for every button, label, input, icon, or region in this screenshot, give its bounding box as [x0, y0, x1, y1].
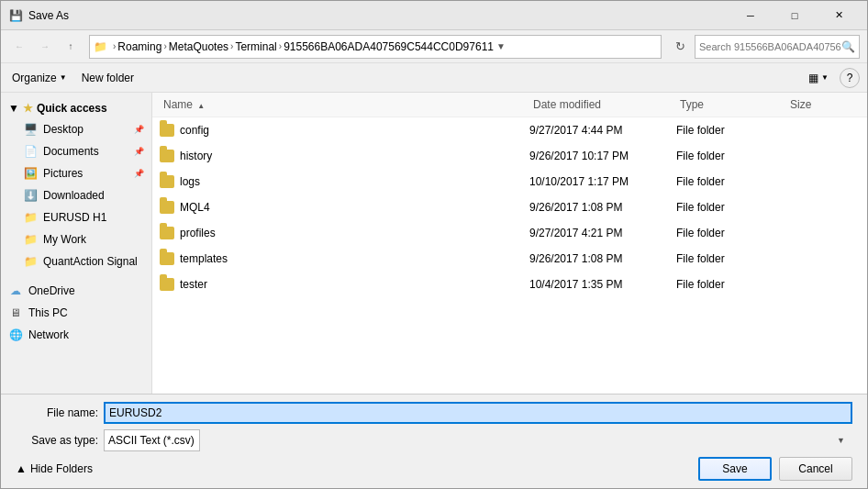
- sidebar-item-pictures[interactable]: 🖼️ Pictures 📌: [1, 162, 151, 184]
- file-name-cell: logs: [160, 175, 529, 188]
- file-name-cell: config: [160, 124, 529, 137]
- col-type-label: Type: [680, 98, 704, 111]
- thispc-icon: 🖥: [8, 306, 23, 320]
- file-type: File folder: [676, 150, 786, 162]
- sidebar-network-label: Network: [28, 328, 69, 341]
- savetype-wrapper: ASCII Text (*.csv): [104, 429, 852, 451]
- sidebar-onedrive-label: OneDrive: [28, 284, 75, 297]
- sidebar-item-documents[interactable]: 📄 Documents 📌: [1, 140, 151, 162]
- desktop-icon: 🖥️: [23, 122, 38, 137]
- col-date-header[interactable]: Date modified: [529, 96, 676, 113]
- file-date: 9/26/2017 1:08 PM: [529, 252, 676, 265]
- file-name: tester: [180, 278, 207, 291]
- new-folder-label: New folder: [82, 72, 134, 84]
- sidebar-item-onedrive[interactable]: ☁ OneDrive: [1, 280, 151, 302]
- sidebar-item-eurusd[interactable]: 📁 EURUSD H1: [1, 206, 151, 228]
- file-date: 10/10/2017 1:17 PM: [529, 175, 676, 188]
- hide-folders-button[interactable]: ▲ Hide Folders: [16, 462, 93, 475]
- breadcrumb-terminal: Terminal: [235, 40, 276, 53]
- maximize-button[interactable]: □: [773, 3, 816, 28]
- filename-label: File name:: [16, 406, 98, 419]
- file-name-cell: templates: [160, 252, 529, 265]
- col-size-header[interactable]: Size: [786, 96, 860, 113]
- folder-icon: [160, 201, 174, 214]
- view-button[interactable]: ▦ ▼: [805, 67, 832, 89]
- file-name: history: [180, 150, 212, 162]
- sidebar-item-thispc[interactable]: 🖥 This PC: [1, 302, 151, 324]
- breadcrumb-item: 📁: [94, 40, 111, 53]
- savetype-row: Save as type: ASCII Text (*.csv): [16, 429, 852, 451]
- pictures-pin-icon: 📌: [134, 169, 144, 178]
- file-name: config: [180, 124, 209, 137]
- hide-folders-chevron-icon: ▲: [16, 462, 27, 475]
- search-box[interactable]: 🔍: [695, 35, 860, 59]
- forward-button[interactable]: →: [34, 36, 56, 58]
- sidebar-pictures-label: Pictures: [43, 167, 83, 180]
- sidebar-item-quant[interactable]: 📁 QuantAction Signal: [1, 250, 151, 272]
- organize-button[interactable]: Organize ▼: [8, 67, 71, 89]
- breadcrumb-bar[interactable]: 📁 › Roaming › MetaQuotes › Terminal › 91…: [89, 35, 662, 59]
- desktop-pin-icon: 📌: [134, 125, 144, 134]
- quick-access-collapse-icon: ▼: [8, 102, 19, 115]
- folder-icon: [160, 227, 174, 239]
- file-date: 10/4/2017 1:35 PM: [529, 278, 676, 291]
- main-area: ▼ ★ Quick access 🖥️ Desktop 📌 📄 Document…: [1, 93, 867, 394]
- organize-label: Organize: [12, 72, 57, 84]
- sidebar-item-network[interactable]: 🌐 Network: [1, 324, 151, 346]
- file-type: File folder: [676, 124, 786, 137]
- col-name-header[interactable]: Name ▲: [160, 96, 529, 113]
- network-icon: 🌐: [8, 328, 23, 342]
- downloaded-icon: ⬇️: [23, 188, 38, 203]
- back-button[interactable]: ←: [8, 36, 30, 58]
- col-date-label: Date modified: [533, 98, 601, 111]
- breadcrumb-roaming: Roaming: [117, 40, 161, 53]
- breadcrumb-metaquotes: MetaQuotes: [169, 40, 228, 53]
- table-row[interactable]: MQL4 9/26/2017 1:08 PM File folder: [152, 194, 867, 220]
- filename-row: File name:: [16, 402, 852, 424]
- minimize-button[interactable]: ─: [729, 3, 772, 28]
- close-button[interactable]: ✕: [818, 3, 860, 28]
- search-input[interactable]: [699, 41, 841, 52]
- table-row[interactable]: config 9/27/2017 4:44 PM File folder: [152, 117, 867, 143]
- file-name: MQL4: [180, 201, 210, 214]
- quick-access-header[interactable]: ▼ ★ Quick access: [1, 96, 151, 118]
- file-type: File folder: [676, 175, 786, 188]
- file-date: 9/27/2017 4:44 PM: [529, 124, 676, 137]
- title-bar-controls: ─ □ ✕: [729, 3, 860, 28]
- file-name-cell: history: [160, 150, 529, 162]
- table-row[interactable]: logs 10/10/2017 1:17 PM File folder: [152, 169, 867, 194]
- filename-input[interactable]: [104, 402, 852, 424]
- documents-pin-icon: 📌: [134, 147, 144, 156]
- table-row[interactable]: tester 10/4/2017 1:35 PM File folder: [152, 272, 867, 297]
- table-row[interactable]: history 9/26/2017 10:17 PM File folder: [152, 143, 867, 169]
- savetype-select[interactable]: ASCII Text (*.csv): [104, 429, 200, 451]
- cancel-button[interactable]: Cancel: [779, 457, 852, 481]
- mywork-folder-icon: 📁: [23, 232, 38, 247]
- table-row[interactable]: profiles 9/27/2017 4:21 PM File folder: [152, 220, 867, 246]
- action-bar: Organize ▼ New folder ▦ ▼ ?: [1, 63, 867, 93]
- documents-icon: 📄: [23, 144, 38, 159]
- help-button[interactable]: ?: [840, 68, 860, 88]
- file-name: templates: [180, 252, 228, 265]
- table-row[interactable]: templates 9/26/2017 1:08 PM File folder: [152, 246, 867, 272]
- file-name: profiles: [180, 227, 216, 239]
- folder-icon: [160, 278, 174, 291]
- file-name-cell: MQL4: [160, 201, 529, 214]
- up-button[interactable]: ↑: [60, 36, 82, 58]
- refresh-button[interactable]: ↻: [669, 36, 691, 58]
- quick-access-star-icon: ★: [23, 102, 33, 115]
- sidebar-desktop-label: Desktop: [43, 123, 83, 136]
- hide-folders-label: Hide Folders: [30, 462, 93, 475]
- save-button[interactable]: Save: [698, 457, 772, 481]
- navigation-toolbar: ← → ↑ 📁 › Roaming › MetaQuotes › Termina…: [1, 30, 867, 63]
- sidebar-item-mywork[interactable]: 📁 My Work: [1, 228, 151, 250]
- folder-icon: [160, 150, 174, 162]
- new-folder-button[interactable]: New folder: [78, 67, 138, 89]
- view-chevron-icon: ▼: [821, 73, 829, 82]
- pictures-icon: 🖼️: [23, 166, 38, 181]
- sidebar-quant-label: QuantAction Signal: [43, 255, 138, 268]
- breadcrumb-dropdown-btn[interactable]: ▼: [494, 36, 508, 58]
- sidebar-item-desktop[interactable]: 🖥️ Desktop 📌: [1, 118, 151, 140]
- col-type-header[interactable]: Type: [676, 96, 786, 113]
- sidebar-item-downloaded[interactable]: ⬇️ Downloaded: [1, 184, 151, 206]
